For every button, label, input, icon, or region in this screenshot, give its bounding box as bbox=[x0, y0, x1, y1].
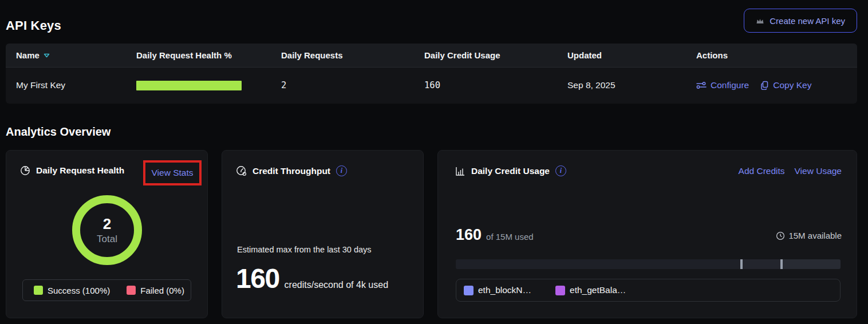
health-legend: Success (100%) Failed (0%) bbox=[22, 279, 191, 301]
red-highlight-annotation: View Stats bbox=[143, 160, 202, 185]
card-title-credit-throughput: Credit Throughput bbox=[252, 166, 330, 176]
throughput-value: 160 bbox=[236, 263, 279, 294]
daily-request-health-card: Daily Request Health View Stats 2 Total … bbox=[6, 150, 208, 318]
legend-item-success: Success (100%) bbox=[34, 286, 110, 295]
progress-segment-end bbox=[780, 259, 841, 269]
progress-marker-tick bbox=[740, 259, 743, 269]
info-icon[interactable]: i bbox=[555, 165, 566, 176]
view-usage-link[interactable]: View Usage bbox=[795, 166, 842, 176]
view-stats-link[interactable]: View Stats bbox=[152, 168, 194, 178]
info-icon[interactable]: i bbox=[336, 165, 347, 176]
legend-item-eth-getbalance: eth_getBala… bbox=[555, 285, 626, 295]
configure-link[interactable]: Configure bbox=[696, 80, 749, 90]
failed-swatch bbox=[127, 286, 136, 295]
daily-requests-value: 2 bbox=[281, 80, 424, 90]
credits-used-text: of 15M used bbox=[486, 232, 534, 242]
daily-credit-usage-value: 160 bbox=[424, 80, 567, 90]
health-bar-track bbox=[136, 81, 242, 90]
page-title: API Keys bbox=[6, 18, 61, 33]
throughput-unit: credits/second of 4k used bbox=[285, 280, 388, 290]
column-header-actions: Actions bbox=[696, 50, 857, 60]
progress-segment-mid bbox=[740, 259, 780, 269]
analytics-cards: Daily Request Health View Stats 2 Total … bbox=[6, 150, 857, 318]
column-header-health: Daily Request Health % bbox=[136, 50, 281, 60]
donut-total-value: 2 bbox=[103, 215, 111, 233]
sliders-icon bbox=[696, 81, 707, 89]
credit-throughput-card: Credit Throughput i Estimated max from t… bbox=[222, 150, 424, 318]
column-header-updated: Updated bbox=[567, 50, 696, 60]
legend-item-eth-blocknumber: eth_blockN… bbox=[464, 285, 531, 295]
health-donut-chart: 2 Total bbox=[72, 195, 142, 265]
table-header-row: Name Daily Request Health % Daily Reques… bbox=[6, 44, 857, 68]
throughput-subtitle: Estimated max from the last 30 days bbox=[237, 245, 372, 254]
gauge-icon bbox=[236, 165, 247, 176]
progress-marker-tick bbox=[780, 259, 783, 269]
table-row: My First Key 2 160 Sep 8, 2025 Conf bbox=[6, 68, 857, 103]
eth-blocknumber-swatch bbox=[464, 286, 474, 295]
add-credits-link[interactable]: Add Credits bbox=[739, 166, 785, 176]
copy-icon bbox=[760, 81, 769, 90]
column-header-daily-credit-usage: Daily Credit Usage bbox=[424, 50, 567, 60]
clock-icon bbox=[776, 231, 785, 240]
card-title-daily-credit-usage: Daily Credit Usage bbox=[471, 166, 550, 176]
key-name: My First Key bbox=[16, 80, 136, 90]
legend-item-failed: Failed (0%) bbox=[127, 286, 184, 295]
sort-desc-icon bbox=[44, 53, 50, 58]
pie-chart-icon bbox=[20, 165, 30, 176]
api-keys-page: API Keys Create new API key Name Daily R… bbox=[0, 0, 868, 324]
copy-key-link[interactable]: Copy Key bbox=[760, 80, 811, 90]
column-header-name[interactable]: Name bbox=[16, 50, 136, 60]
health-bar-fill bbox=[136, 81, 242, 90]
column-header-daily-requests: Daily Requests bbox=[281, 50, 424, 60]
eth-getbalance-swatch bbox=[555, 286, 565, 295]
updated-value: Sep 8, 2025 bbox=[567, 80, 696, 90]
bar-chart-icon bbox=[455, 166, 465, 176]
success-swatch bbox=[34, 286, 43, 295]
api-keys-table: Name Daily Request Health % Daily Reques… bbox=[6, 44, 857, 104]
analytics-overview-heading: Analytics Overview bbox=[6, 125, 111, 139]
credits-used-value: 160 bbox=[456, 226, 482, 244]
daily-credit-usage-card: Daily Credit Usage i Add Credits View Us… bbox=[437, 150, 857, 318]
credit-usage-legend: eth_blockN… eth_getBala… bbox=[456, 279, 841, 302]
crown-icon bbox=[756, 17, 764, 25]
card-title-daily-request-health: Daily Request Health bbox=[36, 165, 124, 176]
create-api-key-button[interactable]: Create new API key bbox=[744, 9, 857, 33]
credits-available-text: 15M available bbox=[788, 231, 842, 240]
donut-total-label: Total bbox=[97, 234, 117, 245]
usage-progress-bar bbox=[456, 259, 841, 269]
create-api-key-label: Create new API key bbox=[770, 16, 845, 26]
